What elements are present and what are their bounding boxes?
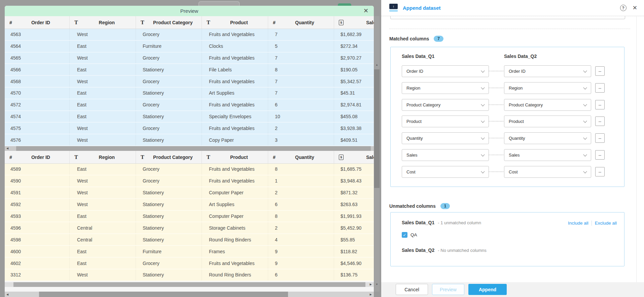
dialog-footer: Cancel Preview Append (381, 282, 644, 297)
matched-left-select-region[interactable]: Region (402, 82, 489, 94)
cell-product-category: Grocery (136, 76, 202, 87)
matched-right-select-sales[interactable]: Sales (504, 149, 591, 161)
column-header-sales: $Sales (334, 16, 374, 29)
cell-product-category: Stationery (136, 64, 202, 75)
checkbox-checked-icon[interactable]: ✓ (402, 232, 407, 238)
matched-right-select-product-category[interactable]: Product Category (504, 99, 591, 111)
cell-region: West (70, 123, 136, 134)
chevron-down-icon (481, 136, 485, 140)
cell-quantity: 6 (268, 199, 334, 210)
cell-region: West (70, 187, 136, 198)
cell-quantity: 2 (268, 222, 334, 233)
scrollbar-thumb[interactable] (374, 69, 380, 188)
pair-connector-dots (489, 138, 503, 138)
dataset1-header-row: #Order IDTRegionTProduct CategoryTProduc… (5, 16, 374, 29)
table-row: 4590WestGroceryFruits and Vegetables1$3,… (5, 175, 374, 187)
matched-left-select-cost[interactable]: Cost (402, 166, 489, 178)
cell-product: Fruits and Vegetables (202, 164, 268, 175)
matched-right-select-quantity[interactable]: Quantity (504, 132, 591, 144)
cell-region: East (70, 88, 136, 99)
table-row: 4591WestStationeryComputer Paper2$871.32 (5, 187, 374, 199)
dataset1-horizontal-scrollbar[interactable]: ◀ (5, 146, 374, 151)
cell-quantity: 2 (268, 123, 334, 134)
preview-title: Preview (180, 8, 198, 14)
matched-left-select-product-category[interactable]: Product Category (402, 99, 489, 111)
scroll-right-icon[interactable]: ▶ (370, 292, 372, 297)
column-header-quantity: #Quantity (268, 16, 334, 29)
matched-left-select-product[interactable]: Product (402, 116, 489, 127)
checkbox-label: QA (410, 232, 417, 237)
remove-pair-button[interactable]: – (595, 150, 605, 160)
dataset1-name: Sales Data_Q1 (402, 220, 434, 225)
cell-order-id: 4576 (5, 134, 70, 145)
cell-order-id: 4590 (5, 175, 70, 187)
cell-product-category: Grocery (136, 258, 202, 269)
remove-pair-button[interactable]: – (595, 66, 605, 76)
scrollbar-thumb[interactable] (16, 146, 371, 151)
table-row: 4575WestGroceryFruits and Vegetables2$3,… (5, 123, 374, 134)
matched-left-select-sales[interactable]: Sales (402, 149, 489, 161)
chevron-down-icon (583, 86, 587, 89)
matched-right-select-order-id[interactable]: Order ID (504, 65, 591, 77)
scrollbar-thumb[interactable] (39, 292, 288, 297)
cell-quantity: 2 (268, 187, 334, 198)
remove-pair-button[interactable]: – (595, 83, 605, 93)
cell-sales: $1,682.39 (334, 29, 374, 40)
exclude-all-link[interactable]: Exclude all (595, 221, 617, 226)
dialog-close-icon[interactable]: ✕ (633, 4, 637, 11)
dataset2-horizontal-scrollbar[interactable]: ▶ (5, 282, 374, 287)
cell-product: Fruits and Vegetables (202, 175, 268, 187)
scrollbar-thumb[interactable] (13, 282, 365, 287)
chevron-down-icon (481, 119, 485, 123)
matched-left-select-order-id[interactable]: Order ID (402, 65, 489, 77)
cell-product-category: Stationery (136, 222, 202, 233)
cell-order-id: 4566 (5, 64, 70, 75)
cancel-button[interactable]: Cancel (396, 284, 428, 295)
scroll-right-icon[interactable]: ▶ (370, 282, 372, 287)
scroll-left-icon[interactable]: ◀ (6, 292, 8, 297)
cell-product-category: Grocery (136, 164, 202, 175)
column-header-sales: $Sales (334, 151, 374, 163)
preview-horizontal-scrollbar[interactable]: ◀ ▶ (5, 292, 374, 297)
unmatched-count-badge: 1 (440, 203, 450, 209)
column-label: Order ID (12, 155, 69, 160)
cell-product-category: Stationery (136, 88, 202, 99)
unmatched-column-checkbox-row[interactable]: ✓ QA (402, 232, 417, 238)
cell-region: East (70, 211, 136, 222)
matched-right-select-cost[interactable]: Cost (504, 166, 591, 178)
column-label: Region (78, 20, 136, 25)
cell-sales: $263.63 (334, 199, 374, 210)
column-header-quantity: #Quantity (268, 151, 334, 163)
pair-connector-dots (489, 171, 503, 172)
preview-close-icon[interactable]: ✕ (363, 7, 368, 15)
scroll-left-icon[interactable]: ◀ (6, 146, 8, 151)
cell-product-category: Grocery (136, 123, 202, 134)
dialog-title: Append dataset (403, 5, 441, 11)
unmatched-dataset2-row: Sales Data_Q2 - No unmatched columns (402, 248, 487, 253)
remove-pair-button[interactable]: – (595, 167, 605, 176)
remove-pair-button[interactable]: – (595, 133, 605, 143)
cell-region: West (70, 269, 136, 280)
matched-right-select-product[interactable]: Product (504, 116, 591, 127)
scroll-up-icon[interactable]: ▲ (374, 63, 380, 66)
source-select-partial[interactable] (390, 16, 625, 19)
include-all-link[interactable]: Include all (568, 221, 588, 226)
cell-order-id: 4564 (5, 41, 70, 52)
cell-order-id: 4565 (5, 53, 70, 64)
cell-quantity: 7 (268, 29, 334, 40)
cell-product-category: Stationery (136, 269, 202, 280)
remove-pair-button[interactable]: – (595, 117, 605, 126)
matched-right-select-region[interactable]: Region (504, 82, 591, 94)
preview-vertical-scrollbar[interactable]: ▲ ▼ (374, 16, 380, 292)
append-button[interactable]: Append (468, 284, 507, 295)
matched-left-select-quantity[interactable]: Quantity (402, 132, 489, 144)
help-icon[interactable]: ? (620, 5, 627, 11)
preview-button[interactable]: Preview (432, 284, 464, 295)
scroll-down-icon[interactable]: ▼ (374, 283, 380, 286)
column-header-order-id: #Order ID (5, 151, 70, 163)
remove-pair-button[interactable]: – (595, 100, 605, 109)
matched-count-badge: 7 (434, 36, 443, 42)
cell-product-category: Stationery (136, 234, 202, 245)
cell-product: Frames (202, 246, 268, 257)
cell-sales: $455.08 (334, 111, 374, 122)
